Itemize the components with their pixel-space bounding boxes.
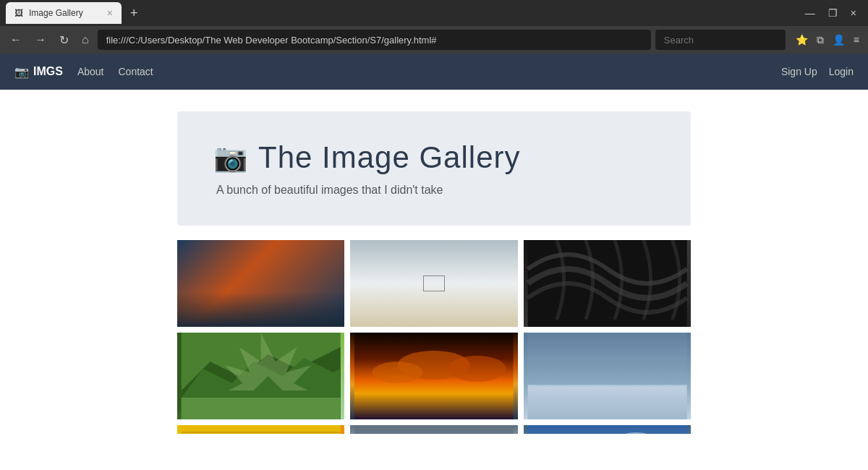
browser-chrome: 🖼 Image Gallery × + — ❐ × ← → ↻ ⌂ ⭐ ⧉ 👤 …: [0, 0, 868, 54]
nav-right-links: Sign Up Login: [781, 66, 854, 77]
gallery-image-6[interactable]: [524, 333, 691, 419]
profile-icon[interactable]: 👤: [830, 31, 848, 48]
nav-contact-link[interactable]: Contact: [118, 66, 153, 77]
bookmarks-icon[interactable]: ⭐: [793, 31, 811, 48]
address-bar[interactable]: [98, 30, 651, 50]
close-window-button[interactable]: ×: [845, 4, 862, 22]
minimize-button[interactable]: —: [799, 4, 821, 22]
nav-brand[interactable]: 📷 IMGS: [14, 65, 63, 79]
svg-rect-11: [527, 385, 686, 387]
gallery-image-2[interactable]: [350, 240, 517, 327]
tab-title: Image Gallery: [29, 8, 83, 18]
gallery-image-5[interactable]: [350, 333, 517, 419]
forward-button[interactable]: →: [30, 30, 51, 49]
svg-rect-10: [527, 333, 686, 419]
svg-point-9: [448, 356, 506, 382]
gallery-grid: [177, 240, 691, 434]
window-controls: — ❐ ×: [799, 4, 862, 22]
hero-subtitle: A bunch of beautiful images that I didn'…: [216, 184, 655, 197]
tab-favicon: 🖼: [14, 8, 23, 18]
signup-link[interactable]: Sign Up: [781, 66, 817, 77]
gallery-image-8[interactable]: [350, 425, 517, 434]
active-tab[interactable]: 🖼 Image Gallery ×: [6, 2, 122, 24]
back-button[interactable]: ←: [6, 30, 26, 49]
site-navbar: 📷 IMGS About Contact Sign Up Login: [0, 54, 868, 90]
browser-toolbar: ← → ↻ ⌂ ⭐ ⧉ 👤 ≡: [0, 26, 868, 54]
brand-icon: 📷: [14, 65, 29, 79]
login-link[interactable]: Login: [829, 66, 854, 77]
browser-action-icons: ⭐ ⧉ 👤 ≡: [793, 31, 862, 49]
gallery-container: [177, 240, 691, 434]
gallery-image-9[interactable]: [524, 425, 691, 434]
menu-icon[interactable]: ≡: [851, 31, 862, 48]
hero-title: 📷 The Image Gallery: [213, 140, 655, 175]
tab-close-button[interactable]: ×: [107, 7, 113, 19]
restore-button[interactable]: ❐: [822, 4, 843, 22]
svg-rect-4: [182, 398, 341, 419]
tab-bar: 🖼 Image Gallery × + — ❐ ×: [0, 0, 868, 26]
gallery-image-1[interactable]: [177, 240, 344, 327]
new-tab-button[interactable]: +: [124, 3, 144, 24]
svg-point-8: [373, 362, 423, 383]
nav-about-link[interactable]: About: [77, 66, 104, 77]
gallery-image-4[interactable]: [177, 333, 344, 419]
brand-text: IMGS: [33, 65, 63, 78]
search-bar[interactable]: [655, 30, 786, 50]
page-content: 📷 IMGS About Contact Sign Up Login 📷 The…: [0, 54, 868, 434]
main-content: 📷 The Image Gallery A bunch of beautiful…: [0, 90, 868, 434]
gallery-image-3[interactable]: [524, 240, 691, 327]
svg-rect-38: [527, 425, 686, 434]
home-button[interactable]: ⌂: [77, 30, 93, 49]
nav-links: About Contact: [77, 66, 153, 77]
gallery-image-7[interactable]: [177, 425, 344, 434]
hero-icon: 📷: [213, 142, 248, 174]
tabs-icon[interactable]: ⧉: [814, 31, 827, 49]
svg-rect-24: [354, 425, 514, 434]
refresh-button[interactable]: ↻: [55, 30, 73, 50]
hero-section: 📷 The Image Gallery A bunch of beautiful…: [177, 111, 691, 226]
